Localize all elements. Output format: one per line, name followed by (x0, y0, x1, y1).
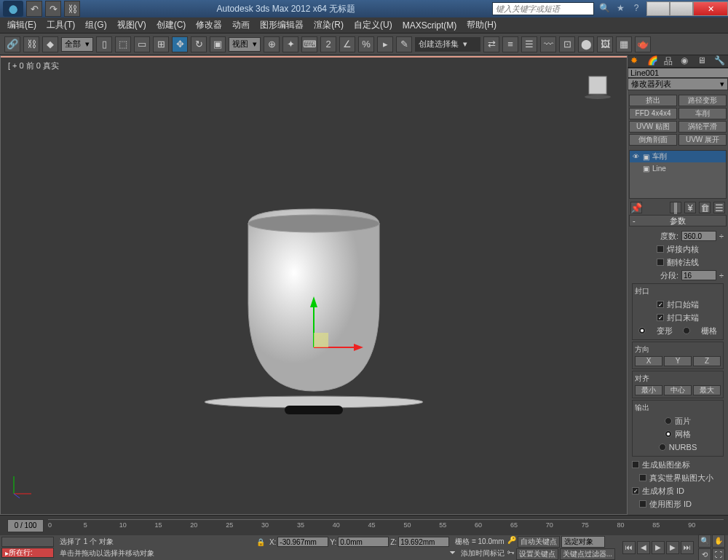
cap-start-checkbox[interactable]: ✓ (657, 301, 664, 308)
out-patch-radio[interactable] (665, 417, 672, 425)
window-crossing-icon[interactable]: ⊞ (153, 36, 169, 52)
add-time-tag[interactable]: 添加时间标记 (461, 548, 505, 559)
segments-spinner[interactable]: 16 (681, 270, 716, 280)
time-tag-icon[interactable]: ⏷ (449, 548, 456, 559)
modifier-list-dropdown[interactable]: 修改器列表▾ (628, 78, 728, 90)
edit-sel-icon[interactable]: ✎ (396, 36, 412, 52)
use-shape-checkbox[interactable] (639, 500, 646, 508)
rollout-header[interactable]: -参数 (629, 215, 727, 226)
named-sel-dropdown[interactable]: 创建选择集 ▾ (415, 37, 480, 52)
real-world-checkbox[interactable] (639, 474, 646, 481)
mod-btn-ffd[interactable]: FFD 4x4x4 (629, 108, 677, 119)
menu-edit[interactable]: 编辑(E) (7, 19, 36, 31)
key2-icon[interactable]: 🗝 (507, 548, 515, 560)
grid-radio[interactable] (683, 327, 690, 334)
mod-btn-bevel[interactable]: 倒角剖面 (629, 134, 677, 146)
cap-end-checkbox[interactable]: ✓ (657, 314, 664, 321)
next-frame-icon[interactable]: ▶ (666, 541, 679, 554)
ref-coord-dropdown[interactable]: 视图 ▾ (229, 37, 261, 52)
mod-btn-uvw[interactable]: UVW 贴图 (629, 121, 677, 133)
mod-btn-turbo[interactable]: 涡轮平滑 (678, 121, 727, 133)
dir-y-button[interactable]: Y (664, 356, 692, 366)
menu-maxscript[interactable]: MAXScript(M) (403, 20, 457, 31)
utilities-tab-icon[interactable]: 🔧 (714, 55, 726, 67)
create-tab-icon[interactable]: ✸ (630, 55, 642, 67)
prev-frame-icon[interactable]: ◀ (637, 541, 650, 554)
out-mesh-radio[interactable] (665, 430, 672, 438)
morph-radio[interactable] (638, 327, 646, 334)
degrees-spinner[interactable]: 360.0 (681, 231, 716, 241)
time-slider[interactable]: 0 / 100 05101520253035404550556065707580… (0, 515, 728, 535)
unlink-tool-icon[interactable]: ⛓ (23, 36, 39, 52)
minimize-button[interactable]: — (646, 1, 670, 16)
weld-checkbox[interactable] (657, 245, 664, 253)
rotate-tool-icon[interactable]: ↻ (191, 36, 207, 52)
selection-filter-dropdown[interactable]: 全部 ▾ (61, 37, 93, 52)
stack-item-lathe[interactable]: 👁▣车削 (630, 151, 726, 162)
dir-x-button[interactable]: X (635, 356, 662, 366)
bind-icon[interactable]: ◆ (42, 36, 58, 52)
close-button[interactable]: ✕ (693, 1, 728, 16)
stack-item-line[interactable]: ▣Line (630, 162, 726, 174)
snap-angle-icon[interactable]: ∠ (339, 36, 355, 52)
location-tag[interactable]: ▸ 所在行: (1, 548, 54, 558)
viewport-label[interactable]: [ + 0 前 0 真实 (8, 60, 59, 71)
dir-z-button[interactable]: Z (693, 356, 721, 366)
curve-editor-icon[interactable]: 〰 (540, 36, 556, 52)
menu-view[interactable]: 视图(V) (117, 19, 146, 31)
menu-render[interactable]: 渲染(R) (314, 19, 344, 31)
menu-animation[interactable]: 动画 (232, 19, 250, 31)
display-tab-icon[interactable]: 🖥 (697, 55, 709, 67)
render-frame-icon[interactable]: ▦ (616, 36, 632, 52)
viewport[interactable]: [ + 0 前 0 真实 (0, 55, 628, 515)
link-tool-icon[interactable]: 🔗 (4, 36, 20, 52)
menu-help[interactable]: 帮助(H) (467, 19, 496, 31)
gen-mat-checkbox[interactable]: ✓ (632, 487, 639, 494)
menu-group[interactable]: 组(G) (85, 19, 106, 31)
menu-create[interactable]: 创建(C) (157, 19, 186, 31)
mod-btn-pathdeform[interactable]: 路径变形 (678, 95, 727, 106)
gen-uv-checkbox[interactable] (632, 461, 639, 468)
menu-customize[interactable]: 自定义(U) (354, 19, 392, 31)
select-icon[interactable]: ▯ (96, 36, 112, 52)
flip-checkbox[interactable] (657, 259, 664, 266)
align-center-button[interactable]: 中心 (664, 385, 692, 395)
nav-max-icon[interactable]: ⛶ (712, 548, 725, 561)
lock-icon[interactable]: 🔒 (256, 538, 265, 546)
modifier-stack[interactable]: 👁▣车削 ▣Line (629, 150, 727, 199)
align-max-button[interactable]: 最大 (693, 385, 721, 395)
model-object[interactable] (197, 202, 430, 435)
motion-tab-icon[interactable]: ◉ (681, 55, 692, 67)
set-key-button[interactable]: 设置关键点 (516, 548, 558, 560)
binoculars-icon[interactable]: 🔍 (598, 3, 610, 15)
viewcube-icon[interactable] (583, 71, 612, 100)
search-input[interactable] (492, 2, 594, 15)
pivot-icon[interactable]: ⊕ (264, 36, 280, 52)
x-coord-input[interactable]: -30.967mm (277, 537, 328, 547)
modify-tab-icon[interactable]: 🌈 (647, 55, 659, 67)
object-name-input[interactable] (628, 68, 728, 78)
frame-indicator[interactable]: 0 / 100 (7, 519, 44, 532)
z-coord-input[interactable]: 19.692mm (398, 537, 449, 547)
nav-orbit-icon[interactable]: ⟲ (698, 548, 711, 561)
menu-graph[interactable]: 图形编辑器 (260, 19, 304, 31)
selected-obj-dropdown[interactable]: 选定对象 (561, 536, 605, 548)
nav-zoom-icon[interactable]: 🔍 (698, 535, 711, 548)
help-icon[interactable]: ? (630, 3, 642, 15)
goto-start-icon[interactable]: ⏮ (622, 541, 636, 554)
y-coord-input[interactable]: 0.0mm (338, 537, 389, 547)
out-nurbs-radio[interactable] (659, 443, 666, 451)
key-icon[interactable]: 🔑 (507, 536, 516, 548)
mirror-icon[interactable]: ⇄ (483, 36, 499, 52)
show-result-icon[interactable]: ║ (670, 202, 681, 213)
schematic-icon[interactable]: ⊡ (559, 36, 575, 52)
nav-pan-icon[interactable]: ✋ (712, 535, 725, 548)
render-setup-icon[interactable]: 🖼 (597, 36, 613, 52)
menu-modifiers[interactable]: 修改器 (196, 19, 222, 31)
menu-tools[interactable]: 工具(T) (47, 19, 75, 31)
scale-tool-icon[interactable]: ▣ (210, 36, 226, 52)
key-filters-button[interactable]: 关键点过滤器... (560, 548, 615, 560)
spinner-snap-icon[interactable]: ▸ (377, 36, 393, 52)
material-icon[interactable]: ⬤ (578, 36, 594, 52)
make-unique-icon[interactable]: ¥ (684, 202, 696, 213)
